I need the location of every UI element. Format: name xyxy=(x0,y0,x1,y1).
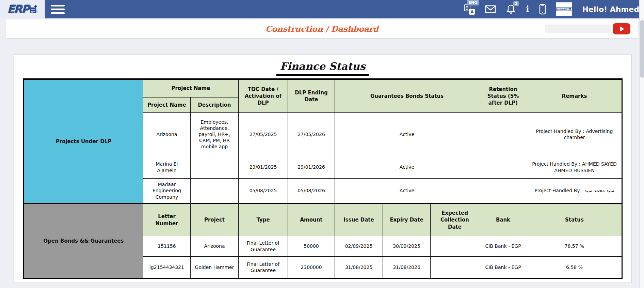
col-header-project: Project xyxy=(191,204,239,236)
cell-project: Madaar Engineering Company xyxy=(143,179,191,203)
col-header-toc-date: TOC Date / Activation of DLP xyxy=(239,80,288,113)
cell-description: Employees, Attendance, payroll, HR+, CRM… xyxy=(191,113,239,156)
finance-table: Projects Under DLP Project Name TOC Date… xyxy=(23,78,623,279)
page-title: Finance Status xyxy=(276,60,369,76)
scrollbar-thumb[interactable] xyxy=(640,20,644,78)
cell-retention xyxy=(479,113,527,156)
col-header-expiry-date: Expiry Date xyxy=(383,204,431,236)
col-header-bonds-status: Guarantees Bonds Status xyxy=(335,80,479,113)
col-header-remarks: Remarks xyxy=(527,80,622,113)
cell-type: Final Letter of Guarantee xyxy=(239,257,288,278)
video-help-button[interactable] xyxy=(613,23,630,34)
dlp-section-label: Projects Under DLP xyxy=(24,80,143,203)
cell-issue-date: 02/09/2025 xyxy=(335,236,383,257)
mobile-phone-icon[interactable] xyxy=(539,4,546,15)
finance-status-card: Finance Status Projects Under DLP Projec… xyxy=(14,55,632,283)
breadcrumb-bar: Construction / Dashboard xyxy=(6,19,638,38)
app-logo[interactable]: ERP xyxy=(0,0,45,18)
cell-letter-number: 151156 xyxy=(143,236,191,257)
cell-bank: CIB Bank - EGP xyxy=(479,236,527,257)
translate-letter: A xyxy=(469,9,475,15)
notifications-bell-icon[interactable]: 2 xyxy=(506,4,516,14)
language-icon[interactable]: A ENG xyxy=(464,4,475,15)
info-icon[interactable]: i xyxy=(526,5,529,13)
app-logo-text: ERP xyxy=(7,4,28,15)
cell-expected-collection xyxy=(431,257,479,278)
cell-letter-number: lg2154434321 xyxy=(143,257,191,278)
cell-toc-date: 05/08/2025 xyxy=(239,179,288,203)
logo-building-icon xyxy=(30,5,38,14)
page-scrollbar[interactable] xyxy=(639,0,644,288)
notification-count-badge: 2 xyxy=(513,1,519,6)
col-header-letter-number: Letter Number xyxy=(143,204,191,236)
col-header-expected-collection: Expected Collection Date xyxy=(431,204,479,236)
col-header-project-name-group: Project Name xyxy=(143,80,239,97)
bonds-header-row: Open Bonds && Guarantees Letter Number P… xyxy=(24,204,622,236)
cell-dlp-ending: 27/05/2026 xyxy=(288,113,335,156)
cell-amount: 2300000 xyxy=(288,257,335,278)
cell-expiry-date: 30/09/2025 xyxy=(383,236,431,257)
cell-retention xyxy=(479,179,527,203)
play-icon xyxy=(620,26,624,32)
search-input[interactable] xyxy=(545,25,611,33)
cell-issue-date: 31/08/2025 xyxy=(335,257,383,278)
avatar-brand-text: CLOUDSOFT xyxy=(557,8,569,10)
cell-dlp-ending: 05/08/2026 xyxy=(288,179,335,203)
cell-status: 78.57 % xyxy=(527,236,622,257)
cell-remarks: Project Handled By : سيد محمد سيد xyxy=(527,179,622,203)
col-header-description: Description xyxy=(191,97,239,113)
col-header-retention: Retention Status (5% after DLP) xyxy=(479,80,527,113)
cell-toc-date: 29/01/2025 xyxy=(239,156,288,179)
cell-project: Arizoona xyxy=(143,113,191,156)
cell-status: 6.58 % xyxy=(527,257,622,278)
col-header-project-name: Project Name xyxy=(143,97,191,113)
cell-expected-collection xyxy=(431,236,479,257)
cell-dlp-ending: 29/01/2026 xyxy=(288,156,335,179)
translate-person-glyph xyxy=(465,6,469,10)
cell-project: Golden Hammer xyxy=(191,257,239,278)
cell-description xyxy=(191,156,239,179)
breadcrumb: Construction / Dashboard xyxy=(265,24,379,33)
col-header-status: Status xyxy=(527,204,622,236)
cell-bonds-status: Active xyxy=(335,113,479,156)
col-header-issue-date: Issue Date xyxy=(335,204,383,236)
cell-bonds-status: Active xyxy=(335,156,479,179)
bonds-section-label: Open Bonds && Guarantees xyxy=(24,204,143,278)
cell-toc-date: 27/05/2025 xyxy=(239,113,288,156)
cell-expiry-date: 31/08/2026 xyxy=(383,257,431,278)
cell-retention xyxy=(479,156,527,179)
breadcrumb-actions xyxy=(545,19,630,38)
col-header-bank: Bank xyxy=(479,204,527,236)
col-header-type: Type xyxy=(239,204,288,236)
cell-amount: 50000 xyxy=(288,236,335,257)
col-header-amount: Amount xyxy=(288,204,335,236)
user-greeting: Hello! Ahmed xyxy=(582,5,639,14)
top-navbar: ERP A ENG xyxy=(0,0,644,18)
cell-bank: CIB Bank - EGP xyxy=(479,257,527,278)
open-bonds-table: Open Bonds && Guarantees Letter Number P… xyxy=(24,203,622,278)
cell-type: Final Letter of Guarantee xyxy=(239,236,288,257)
language-badge: ENG xyxy=(467,0,479,5)
mail-icon[interactable] xyxy=(485,5,496,13)
cell-project: Arizoona xyxy=(191,236,239,257)
user-avatar[interactable]: CLOUDSOFTE xyxy=(556,2,572,16)
cell-bonds-status: Active xyxy=(335,179,479,203)
cell-remarks: Project Handled By : AHMED SAYED AHMED H… xyxy=(527,156,622,179)
col-header-dlp-ending: DLP Ending Date xyxy=(288,80,335,113)
dlp-header-row-1: Projects Under DLP Project Name TOC Date… xyxy=(24,80,622,97)
cell-project: Marina El Alamein xyxy=(143,156,191,179)
cell-remarks: Project Handled By : Advertising chamber xyxy=(527,113,622,156)
hamburger-menu-icon[interactable] xyxy=(51,3,65,16)
projects-under-dlp-table: Projects Under DLP Project Name TOC Date… xyxy=(24,79,622,203)
cell-description xyxy=(191,179,239,203)
navbar-actions: A ENG 2 i xyxy=(464,0,644,18)
